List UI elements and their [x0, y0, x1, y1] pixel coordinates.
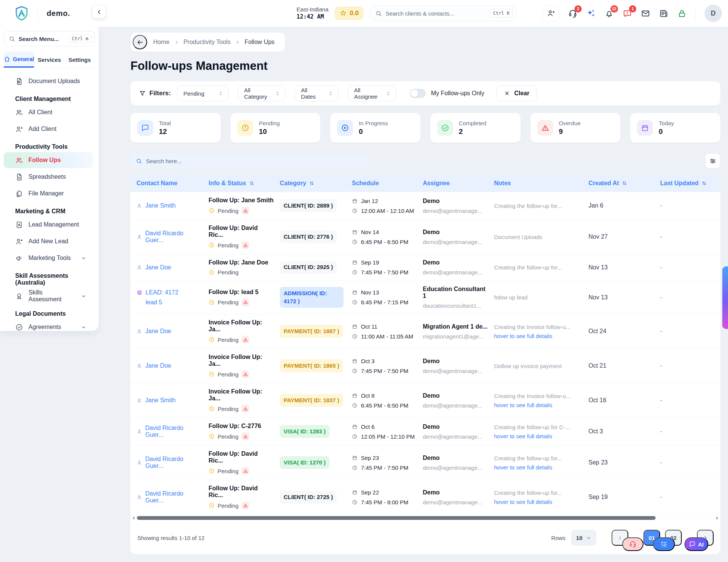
table-row[interactable]: Jane Doe Invoice Follow Up: Ja... Pendin… [130, 314, 720, 349]
breadcrumb: Home Productivity Tools Follow Ups [130, 33, 285, 52]
column-header-notes[interactable]: Notes [488, 180, 582, 187]
tasks-fab[interactable] [653, 537, 675, 551]
scroll-right-icon[interactable] [715, 516, 719, 520]
rows-label: Rows [551, 535, 566, 541]
table-row[interactable]: LEAD: 4172 lead 5 Follow Up: lead 5 Pend… [130, 281, 720, 314]
scroll-left-icon[interactable] [132, 516, 136, 520]
sidebar-item-spreadsheets[interactable]: Spreadsheets [4, 169, 95, 185]
star-icon [339, 9, 347, 17]
tab-settings[interactable]: Settings [64, 52, 95, 68]
breadcrumb-home[interactable]: Home [153, 39, 169, 46]
sidebar-section-client-management: Client Management [15, 96, 95, 102]
rows-per-page-select[interactable]: 10 [571, 530, 596, 546]
sort-icon[interactable] [309, 180, 315, 186]
table-row[interactable]: Jane Doe Invoice Follow Up: Ja... Pendin… [130, 349, 720, 383]
support-button[interactable]: 2 [568, 9, 577, 18]
sort-icon[interactable] [249, 180, 255, 186]
contact-link[interactable]: Jane Smith [145, 397, 176, 404]
global-search-input[interactable] [386, 10, 486, 17]
support-fab[interactable] [622, 537, 643, 551]
sidebar-item-skills-assessment[interactable]: Skills Assessment [4, 288, 95, 304]
horizontal-scrollbar[interactable] [130, 515, 720, 521]
tab-services[interactable]: Services [34, 52, 64, 68]
notifications-button[interactable]: 32 [604, 9, 614, 18]
column-header-category[interactable]: Category [274, 180, 346, 187]
scrollbar-thumb[interactable] [137, 516, 656, 520]
note-details-link[interactable]: hover to see full details [494, 499, 582, 505]
status-text: Pending [218, 242, 238, 249]
column-header-schedule[interactable]: Schedule [346, 180, 417, 187]
alerts-button[interactable]: 1 [623, 9, 632, 18]
table-row[interactable]: David Ricardo Guer... Follow Up: David R… [130, 446, 720, 480]
sidebar-search-input[interactable] [19, 36, 66, 42]
column-header-contact-name[interactable]: Contact Name [130, 180, 202, 187]
pending-clock-icon [209, 299, 215, 305]
table-row[interactable]: Jane Smith Follow Up: Jane Smith Pending… [130, 192, 720, 220]
contact-link[interactable]: Jane Doe [145, 264, 171, 271]
table-search[interactable] [130, 153, 369, 168]
contact-link[interactable]: Jane Doe [145, 362, 171, 369]
contact-link[interactable]: LEAD: 4172 [146, 289, 178, 296]
clear-filters-button[interactable]: Clear [496, 85, 537, 101]
contact-sub-link[interactable]: lead 5 [146, 299, 202, 306]
news-button[interactable] [659, 9, 668, 18]
chevron-right-icon [174, 40, 179, 45]
contact-link[interactable]: Jane Doe [145, 328, 171, 335]
my-follow-ups-toggle[interactable] [410, 89, 426, 98]
table-row[interactable]: David Ricardo Guer... Follow Up: C-2776 … [130, 418, 720, 446]
sidebar-collapse-button[interactable] [92, 5, 106, 19]
sidebar-search[interactable]: Ctrl m [4, 31, 95, 46]
column-settings-button[interactable] [705, 153, 720, 168]
contact-link[interactable]: Jane Smith [145, 202, 176, 209]
tab-general[interactable]: General [4, 52, 34, 68]
add-user-button[interactable] [543, 5, 559, 22]
rating-badge[interactable]: 0.0 [334, 6, 364, 20]
assignee-filter-select[interactable]: All Assignee [348, 85, 396, 101]
column-header-assignee[interactable]: Assignee [417, 180, 488, 187]
note-details-link[interactable]: hover to see full details [494, 433, 582, 439]
stat-card: Overdue 9 [530, 113, 621, 143]
sidebar-item-marketing-tools[interactable]: Marketing Tools [4, 250, 95, 266]
sidebar-item-agreements[interactable]: Agreements [4, 319, 95, 335]
column-header-created-at[interactable]: Created At [582, 180, 654, 187]
sidebar-item-follow-ups[interactable]: Follow Ups [4, 152, 93, 168]
last-updated: - [654, 428, 720, 435]
sidebar-item-document-uploads[interactable]: Document Uploads [4, 73, 95, 89]
last-updated: - [654, 494, 720, 501]
status-filter-select[interactable]: Pending [177, 85, 229, 101]
sidebar-item-add-client[interactable]: Add Client [4, 121, 95, 137]
contact-link[interactable]: David Ricardo Guer... [145, 425, 202, 438]
contact-link[interactable]: David Ricardo Guer... [145, 230, 202, 244]
chevron-down-icon [81, 293, 86, 299]
global-search[interactable]: Ctrl K [370, 5, 517, 21]
sidebar-item-lead-management[interactable]: Lead Management [4, 217, 95, 233]
table-row[interactable]: David Ricardo Guer... Follow Up: David R… [130, 220, 720, 254]
sparkles-ai-button[interactable] [586, 9, 596, 18]
table-row[interactable]: Jane Smith Invoice Follow Up: Ja... Pend… [130, 383, 720, 418]
note-details-link[interactable]: hover to see full details [494, 464, 582, 471]
sort-icon[interactable] [621, 180, 628, 186]
sidebar-item-add-new-lead[interactable]: Add New Lead [4, 233, 95, 249]
breadcrumb-productivity-tools[interactable]: Productivity Tools [184, 39, 231, 46]
mail-button[interactable] [641, 9, 650, 18]
table-row[interactable]: Jane Doe Follow Up: Jane Doe Pending CLI… [130, 254, 720, 281]
ai-chat-fab[interactable]: AI [684, 537, 708, 551]
sort-icon[interactable] [701, 180, 707, 186]
sidebar-item-file-manager[interactable]: File Manager [4, 186, 95, 202]
user-avatar[interactable]: D [704, 5, 722, 22]
contact-link[interactable]: David Ricardo Guer... [145, 456, 202, 469]
edge-widget-handle[interactable] [722, 266, 728, 329]
back-button[interactable] [133, 35, 147, 49]
stats-row: Total 12 Pending 10 [130, 113, 720, 143]
contact-link[interactable]: David Ricardo Guer... [145, 490, 202, 504]
category-filter-select[interactable]: All Category [238, 85, 286, 101]
dates-filter-select[interactable]: All Dates [295, 85, 339, 101]
note-details-link[interactable]: hover to see full details [494, 333, 582, 339]
table-search-input[interactable] [146, 158, 363, 164]
table-row[interactable]: David Ricardo Guer... Follow Up: David R… [130, 480, 720, 515]
note-details-link[interactable]: hover to see full details [494, 402, 582, 408]
column-header-info-status[interactable]: Info & Status [202, 180, 274, 187]
sidebar-item-all-client[interactable]: All Client [4, 104, 95, 120]
lock-button[interactable] [677, 9, 687, 18]
column-header-last-updated[interactable]: Last Updated [654, 180, 720, 187]
